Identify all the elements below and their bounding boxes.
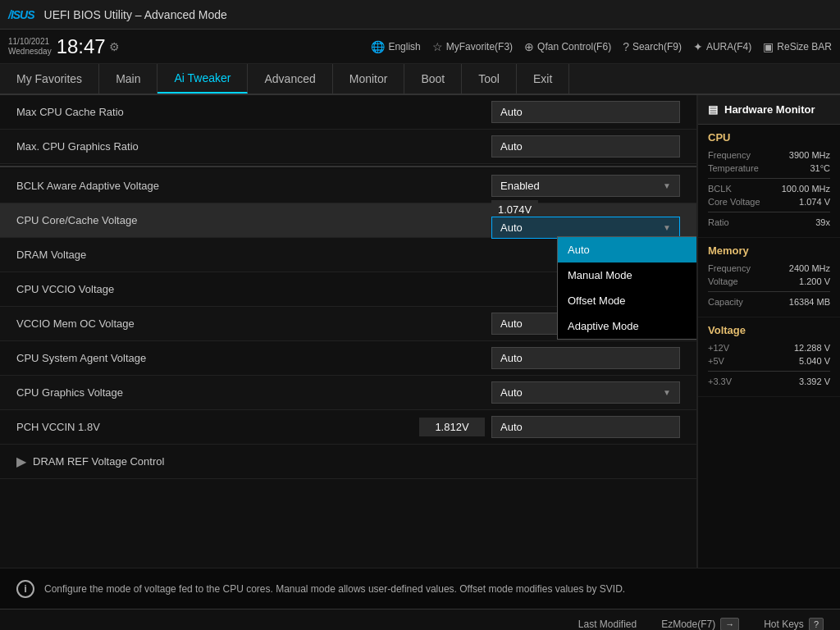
nav-item-exit[interactable]: Exit	[517, 64, 569, 94]
nav-item-my-favorites[interactable]: My Favorites	[0, 64, 99, 94]
cpu-core-voltage-dropdown[interactable]: Auto ▼	[491, 217, 680, 239]
hw-v5-row: +5V 5.040 V	[708, 356, 830, 366]
hw-monitor-title: ▤ Hardware Monitor	[698, 95, 840, 125]
setting-label-cpu-core-voltage: CPU Core/Cache Voltage	[16, 214, 491, 226]
hw-cpu-title: CPU	[708, 131, 830, 144]
navbar: My Favorites Main Ai Tweaker Advanced Mo…	[0, 64, 840, 95]
ez-mode-button[interactable]: EzMode(F7) →	[661, 618, 739, 631]
pch-vccin-value: 1.812V	[419, 418, 485, 436]
aura-icon: ✦	[693, 40, 703, 53]
pch-vccin-dropdown[interactable]: Auto	[491, 416, 680, 438]
header-bar: /ISUS UEFI BIOS Utility – Advanced Mode	[0, 0, 840, 30]
setting-row-dram-ref-voltage[interactable]: ▶ DRAM REF Voltage Control	[0, 445, 696, 479]
topbar-action-aura[interactable]: ✦ AURA(F4)	[693, 40, 751, 53]
hw-monitor-icon: ▤	[708, 103, 718, 116]
hw-section-memory: Memory Frequency 2400 MHz Voltage 1.200 …	[698, 238, 840, 317]
hw-mem-freq-label: Frequency	[708, 263, 751, 273]
hw-cpu-ratio-value: 39x	[815, 217, 830, 227]
clock-gear-icon[interactable]: ⚙	[109, 40, 120, 53]
hw-section-voltage: Voltage +12V 12.288 V +5V 5.040 V +3.3V …	[698, 317, 840, 397]
last-modified-button[interactable]: Last Modified	[578, 619, 637, 630]
ez-mode-label: EzMode(F7)	[661, 619, 715, 630]
setting-row-cpu-cache-ratio: Max CPU Cache Ratio Auto	[0, 95, 696, 130]
menu-item-adaptive[interactable]: Adaptive Mode	[558, 313, 696, 339]
info-text: Configure the mode of voltage fed to the…	[44, 583, 625, 595]
setting-label-cpu-vccio-voltage: CPU VCCIO Voltage	[16, 283, 608, 295]
topbar-action-myfavorite[interactable]: ☆ MyFavorite(F3)	[432, 40, 513, 53]
info-bar: i Configure the mode of voltage fed to t…	[0, 568, 840, 609]
search-icon: ?	[623, 40, 629, 53]
day: Wednesday	[8, 47, 52, 57]
hw-section-cpu: CPU Frequency 3900 MHz Temperature 31°C …	[698, 125, 840, 238]
menu-item-auto[interactable]: Auto	[558, 237, 696, 262]
expand-arrow-icon: ▶	[16, 454, 26, 469]
setting-label-cpu-system-agent: CPU System Agent Voltage	[16, 352, 491, 364]
hw-v12-row: +12V 12.288 V	[708, 343, 830, 353]
topbar-left: 11/10/2021 Wednesday 18:47 ⚙	[8, 35, 120, 58]
nav-item-tool[interactable]: Tool	[462, 64, 517, 94]
hw-cpu-temp-label: Temperature	[708, 163, 759, 173]
asus-logo: /ISUS	[8, 8, 34, 21]
topbar: 11/10/2021 Wednesday 18:47 ⚙ 🌐 English ☆…	[0, 30, 840, 64]
menu-item-manual[interactable]: Manual Mode	[558, 262, 696, 288]
hw-cpu-corevolt-value: 1.074 V	[799, 197, 830, 207]
nav-item-advanced[interactable]: Advanced	[248, 64, 332, 94]
hw-v5-value: 5.040 V	[799, 356, 830, 366]
hot-keys-icon: ?	[809, 618, 824, 631]
setting-row-cpu-graphics-ratio: Max. CPU Graphics Ratio Auto	[0, 130, 696, 164]
setting-label-vccio-mem-oc: VCCIO Mem OC Voltage	[16, 317, 491, 330]
hw-voltage-title: Voltage	[708, 324, 830, 336]
hw-cpu-bclk-row: BCLK 100.00 MHz	[708, 184, 830, 194]
hw-mem-cap-row: Capacity 16384 MB	[708, 297, 830, 307]
setting-label-pch-vccin: PCH VCCIN 1.8V	[16, 421, 419, 433]
topbar-action-search[interactable]: ? Search(F9)	[623, 40, 682, 53]
nav-item-monitor[interactable]: Monitor	[333, 64, 405, 94]
hw-cpu-freq-value: 3900 MHz	[789, 150, 830, 160]
hw-cpu-temp-value: 31°C	[810, 163, 830, 173]
hw-mem-freq-value: 2400 MHz	[789, 263, 830, 273]
info-icon: i	[16, 580, 34, 598]
hw-divider-4	[708, 371, 830, 372]
nav-item-boot[interactable]: Boot	[404, 64, 462, 94]
chevron-down-icon: ▼	[663, 181, 671, 190]
cpu-system-agent-dropdown[interactable]: Auto	[491, 347, 680, 369]
setting-label-cpu-graphics-ratio: Max. CPU Graphics Ratio	[16, 140, 491, 153]
hw-cpu-corevolt-label: Core Voltage	[708, 197, 760, 207]
topbar-action-qfan[interactable]: ⊕ Qfan Control(F6)	[524, 40, 611, 53]
setting-label-dram-voltage: DRAM Voltage	[16, 249, 608, 261]
cpu-core-voltage-menu: Auto Manual Mode Offset Mode Adaptive Mo…	[557, 236, 696, 340]
cpu-graphics-voltage-dropdown[interactable]: Auto ▼	[491, 381, 680, 404]
hw-divider-1	[708, 178, 830, 179]
hw-mem-volt-value: 1.200 V	[799, 276, 830, 286]
clock: 18:47	[57, 35, 106, 58]
chevron-down-icon-3: ▼	[663, 388, 671, 397]
settings-list: Max CPU Cache Ratio Auto Max. CPU Graphi…	[0, 95, 696, 479]
cpu-graphics-ratio-dropdown[interactable]: Auto	[491, 135, 680, 158]
hw-v33-value: 3.392 V	[799, 377, 830, 386]
topbar-action-resizebar[interactable]: ▣ ReSize BAR	[763, 40, 832, 53]
hw-mem-cap-label: Capacity	[708, 297, 743, 307]
hw-mem-freq-row: Frequency 2400 MHz	[708, 263, 830, 273]
bclk-voltage-dropdown[interactable]: Enabled ▼	[491, 175, 680, 197]
chevron-down-icon-2: ▼	[663, 223, 671, 232]
asus-logo-text: /ISUS	[8, 8, 34, 21]
setting-row-cpu-system-agent: CPU System Agent Voltage Auto	[0, 341, 696, 376]
setting-row-pch-vccin: PCH VCCIN 1.8V 1.812V Auto	[0, 410, 696, 445]
setting-row-bclk-voltage: BCLK Aware Adaptive Voltage Enabled ▼	[0, 169, 696, 203]
menu-item-offset[interactable]: Offset Mode	[558, 288, 696, 313]
cpu-cache-ratio-dropdown[interactable]: Auto	[491, 101, 680, 123]
hw-v33-label: +3.3V	[708, 377, 732, 386]
hot-keys-button[interactable]: Hot Keys ?	[764, 618, 824, 631]
datetime: 11/10/2021 Wednesday	[8, 37, 52, 57]
nav-item-ai-tweaker[interactable]: Ai Tweaker	[158, 64, 248, 94]
hot-keys-label: Hot Keys	[764, 619, 804, 630]
resize-icon: ▣	[763, 40, 774, 53]
hw-mem-volt-label: Voltage	[708, 276, 738, 286]
nav-item-main[interactable]: Main	[99, 64, 158, 94]
topbar-action-english[interactable]: 🌐 English	[371, 40, 420, 53]
bottom-bar: Last Modified EzMode(F7) → Hot Keys ?	[0, 609, 840, 630]
cpu-core-voltage-wrapper: 1.074V Auto ▼ Auto Manual Mode Offset Mo…	[491, 202, 680, 239]
hw-cpu-temp-row: Temperature 31°C	[708, 163, 830, 173]
hw-cpu-ratio-label: Ratio	[708, 217, 729, 227]
hw-monitor-label: Hardware Monitor	[724, 103, 815, 116]
